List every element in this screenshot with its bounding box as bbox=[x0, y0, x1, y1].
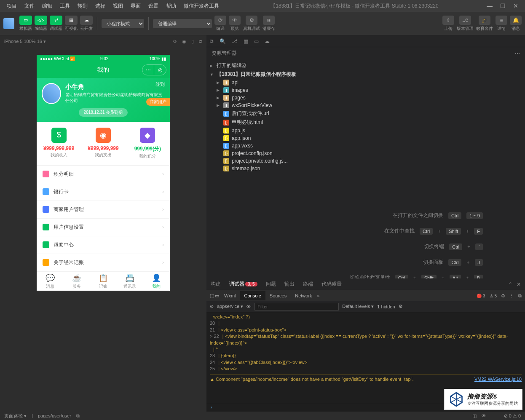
menu-row[interactable]: 用户信息设置› bbox=[37, 219, 170, 236]
tab-记账[interactable]: 📋记账 bbox=[90, 272, 116, 291]
mode-select[interactable]: 小程序模式 bbox=[102, 19, 144, 28]
avatar[interactable] bbox=[42, 83, 61, 104]
device-toggle-icon[interactable]: ▭ bbox=[215, 293, 219, 299]
hidden-count[interactable]: 1 hidden bbox=[377, 304, 395, 309]
debugger-button[interactable]: ⇄ bbox=[50, 16, 62, 25]
git-icon[interactable]: ⎇ bbox=[232, 38, 238, 44]
context-select[interactable]: appservice ▾ bbox=[217, 304, 243, 309]
version-button[interactable]: ⎇ bbox=[459, 16, 471, 25]
remote-debug-button[interactable]: ⚙ bbox=[246, 16, 257, 25]
maximize-icon[interactable]: ☐ bbox=[500, 3, 506, 9]
file-item[interactable]: {}sitemap.json bbox=[210, 165, 522, 172]
visualize-button[interactable]: ▦ bbox=[65, 16, 78, 25]
problems-count[interactable]: ⊘ 0 ⚠ 0 bbox=[504, 413, 521, 419]
devtab-Network[interactable]: Network bbox=[291, 291, 316, 300]
menu-选择[interactable]: 选择 bbox=[92, 1, 109, 11]
file-item[interactable]: {}app.json bbox=[210, 134, 522, 142]
panel-tab-输出[interactable]: 输出 bbox=[284, 281, 295, 288]
panel-tab-终端[interactable]: 终端 bbox=[303, 281, 313, 288]
file-item[interactable]: {}后门查找软件.url bbox=[210, 109, 522, 118]
devtab-Sources[interactable]: Sources bbox=[265, 291, 291, 300]
more-icon[interactable]: ⋯ bbox=[515, 51, 520, 56]
record-icon[interactable]: ◉ bbox=[182, 39, 186, 44]
menu-项目[interactable]: 项目 bbox=[3, 1, 20, 11]
menu-设置[interactable]: 设置 bbox=[145, 1, 162, 11]
preview-button[interactable]: 👁 bbox=[229, 16, 241, 25]
layout-icon[interactable]: ▭ bbox=[254, 38, 259, 44]
cloud-icon[interactable]: ☁ bbox=[265, 38, 270, 44]
signin-link[interactable]: 签到 bbox=[155, 81, 165, 88]
panel-tab-代码质量[interactable]: 代码质量 bbox=[321, 281, 342, 288]
refresh-icon[interactable]: ⟳ bbox=[173, 39, 177, 44]
warn-count[interactable]: ⚠ 5 bbox=[490, 294, 497, 298]
menu-视图[interactable]: 视图 bbox=[110, 1, 126, 11]
more-icon[interactable]: ⋮ bbox=[509, 293, 514, 299]
copy-icon[interactable]: ⧉ bbox=[76, 413, 80, 419]
menu-row[interactable]: 银行卡› bbox=[37, 183, 170, 201]
close-icon[interactable]: ✕ bbox=[513, 3, 518, 9]
eye-icon[interactable]: 👁 bbox=[246, 304, 251, 309]
device-icon[interactable]: ▯ bbox=[191, 39, 194, 44]
menu-文件[interactable]: 文件 bbox=[21, 1, 38, 11]
gear-icon[interactable]: ⚙ bbox=[501, 293, 505, 299]
device-selector[interactable]: iPhone 5 100% 16 ▾ bbox=[4, 39, 46, 44]
devtab-Wxml[interactable]: Wxml bbox=[220, 291, 240, 300]
tab-我的[interactable]: 👤我的 bbox=[143, 272, 170, 291]
stat-item[interactable]: $¥999,999,999我的收入 bbox=[37, 122, 81, 165]
open-editors-section[interactable]: ▶打开的编辑器 bbox=[210, 61, 522, 70]
folder-pages[interactable]: ▶▮pages bbox=[210, 94, 522, 102]
scene-icon[interactable]: ◫ bbox=[472, 413, 477, 419]
page-path-label[interactable]: 页面路径 ▾ bbox=[4, 413, 27, 419]
tab-服务[interactable]: ☕服务 bbox=[63, 272, 90, 291]
upload-button[interactable]: ⇧ bbox=[442, 16, 454, 25]
stat-item[interactable]: ◉¥999,999,999我的支出 bbox=[81, 122, 125, 165]
menu-转到[interactable]: 转到 bbox=[74, 1, 91, 11]
detail-button[interactable]: ≡ bbox=[496, 16, 507, 25]
menu-row[interactable]: 关于经常记账› bbox=[37, 254, 170, 272]
compile-mode-select[interactable]: 普通编译 bbox=[153, 19, 212, 28]
error-count[interactable]: 🔴 3 bbox=[477, 294, 485, 298]
tab-消息[interactable]: 💬消息 bbox=[37, 272, 63, 291]
popout-icon[interactable]: ⧉ bbox=[199, 39, 202, 44]
file-item[interactable]: {}app.wxss bbox=[210, 142, 522, 150]
panel-tab-问题[interactable]: 问题 bbox=[266, 281, 276, 288]
tab-通讯录[interactable]: 📇通讯录 bbox=[117, 272, 143, 291]
close-icon[interactable]: ✕ bbox=[517, 281, 521, 287]
menu-row[interactable]: 帮助中心› bbox=[37, 236, 170, 254]
overflow-icon[interactable]: » bbox=[317, 293, 320, 298]
minimize-icon[interactable]: — bbox=[487, 3, 493, 9]
menu-帮助[interactable]: 帮助 bbox=[163, 1, 179, 11]
capsule-button[interactable]: ⋯◎ bbox=[142, 64, 166, 75]
compile-button[interactable]: ⟳ bbox=[214, 16, 226, 25]
file-item[interactable]: {}app.js bbox=[210, 127, 522, 134]
gear-icon[interactable]: ⚙ bbox=[399, 304, 403, 309]
menu-界面[interactable]: 界面 bbox=[127, 1, 144, 11]
file-item[interactable]: {}project.config.json bbox=[210, 150, 522, 157]
file-item[interactable]: {}申明必读.html bbox=[210, 118, 522, 127]
filter-input[interactable] bbox=[254, 303, 339, 310]
search-icon[interactable]: 🔍 bbox=[220, 38, 226, 44]
menu-工具[interactable]: 工具 bbox=[56, 1, 73, 11]
clear-cache-button[interactable]: ≋ bbox=[263, 16, 275, 25]
cloud-button[interactable]: ☁ bbox=[80, 16, 93, 25]
menu-微信开发者工具[interactable]: 微信开发者工具 bbox=[180, 1, 222, 11]
clear-icon[interactable]: ⊘ bbox=[210, 304, 214, 309]
explorer-icon[interactable]: ⧉ bbox=[210, 38, 214, 44]
levels-select[interactable]: Default levels ▾ bbox=[342, 304, 374, 309]
panel-tab-调试器[interactable]: 调试器3, 5 bbox=[229, 281, 257, 288]
dock-icon[interactable]: ⧉ bbox=[518, 293, 522, 299]
simulator-button[interactable]: ▭ bbox=[19, 16, 32, 25]
project-root[interactable]: ▼【18381】日常记账微信小程序模板 bbox=[210, 70, 522, 79]
stat-item[interactable]: ◆999,999(分)我的积分 bbox=[126, 122, 170, 165]
file-item[interactable]: {}project.private.config.js... bbox=[210, 157, 522, 165]
inspector-icon[interactable]: ⬚ bbox=[210, 293, 214, 299]
devtab-Console[interactable]: Console bbox=[240, 291, 265, 300]
chevron-up-icon[interactable]: ⌃ bbox=[508, 281, 512, 287]
folder-images[interactable]: ▶▮images bbox=[210, 86, 522, 94]
menu-编辑[interactable]: 编辑 bbox=[39, 1, 56, 11]
folder-wxSortPickerView[interactable]: ▶▮wxSortPickerView bbox=[210, 102, 522, 109]
folder-api[interactable]: ▶▮api bbox=[210, 79, 522, 86]
panel-tab-构建[interactable]: 构建 bbox=[211, 281, 221, 288]
menu-row[interactable]: 积分明细› bbox=[37, 166, 170, 183]
message-button[interactable]: 🔔 bbox=[510, 16, 522, 25]
